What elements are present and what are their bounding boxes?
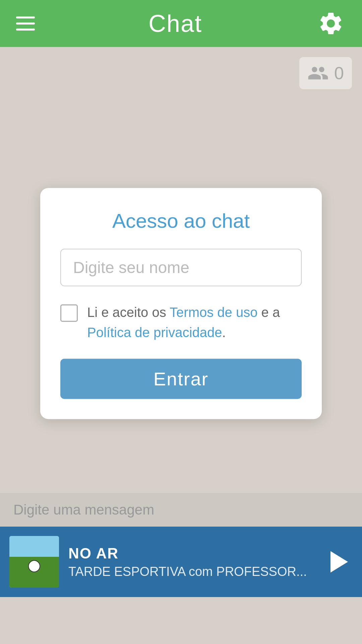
privacy-policy-link[interactable]: Política de privacidade [87,325,222,340]
app-header: Chat [0,0,362,47]
play-icon [330,551,348,573]
terms-of-use-link[interactable]: Termos de uso [170,305,257,320]
modal-title: Acesso ao chat [60,209,302,232]
terms-text: Li e aceito os Termos de uso e a Polític… [87,302,302,342]
name-input[interactable] [60,249,302,286]
message-input-placeholder[interactable]: Digite uma mensagem [13,502,154,518]
group-users-icon [307,62,329,84]
main-content: 0 Acesso ao chat Li e aceito os Termos d… [0,47,362,597]
page-title: Chat [148,10,202,37]
terms-middle: e a [257,305,280,320]
menu-icon[interactable] [16,16,35,31]
settings-button[interactable] [316,8,346,39]
show-title: TARDE ESPORTIVA com PROFESSOR... [68,565,313,579]
online-count: 0 [334,63,344,83]
enter-button[interactable]: Entrar [60,359,302,399]
terms-prefix: Li e aceito os [87,305,170,320]
show-thumbnail [9,536,59,588]
online-users-bar: 0 [299,57,352,89]
thumbnail-ball [28,560,40,572]
terms-checkbox[interactable] [60,304,78,322]
terms-row: Li e aceito os Termos de uso e a Polític… [60,302,302,342]
bottom-bar: NO AR TARDE ESPORTIVA com PROFESSOR... [0,527,362,597]
thumbnail-sky [9,536,59,559]
message-input-area: Digite uma mensagem [0,493,362,527]
live-label: NO AR [68,545,313,562]
play-button[interactable] [322,547,353,577]
bottom-show-info: NO AR TARDE ESPORTIVA com PROFESSOR... [68,545,313,579]
gear-icon [317,10,344,37]
chat-access-modal: Acesso ao chat Li e aceito os Termos de … [40,188,322,419]
terms-suffix: . [222,325,226,340]
modal-card: Acesso ao chat Li e aceito os Termos de … [40,188,322,419]
